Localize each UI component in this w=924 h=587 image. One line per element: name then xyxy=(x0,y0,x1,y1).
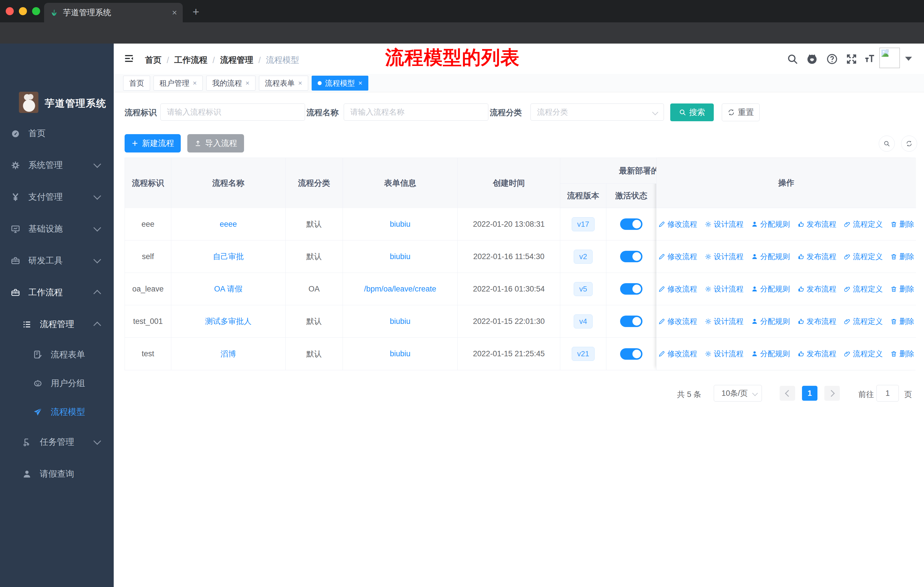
process-id-input[interactable]: 请输入流程标识 xyxy=(160,104,305,121)
tag-home[interactable]: 首页 xyxy=(123,76,150,91)
search-icon[interactable] xyxy=(787,53,799,65)
form-info-link[interactable]: biubiu xyxy=(390,220,411,229)
delete-link[interactable]: 删除 xyxy=(890,251,914,262)
sidebar-item-process-form[interactable]: 流程表单 xyxy=(0,340,114,369)
design-process-link[interactable]: 设计流程 xyxy=(705,251,744,262)
active-toggle[interactable] xyxy=(620,348,642,360)
process-definition-link[interactable]: 流程定义 xyxy=(844,284,883,294)
form-info-link[interactable]: /bpm/oa/leave/create xyxy=(364,284,436,293)
version-badge[interactable]: v2 xyxy=(574,250,592,264)
tag-close-icon[interactable] xyxy=(358,79,362,87)
design-process-link[interactable]: 设计流程 xyxy=(705,316,744,326)
process-name-input[interactable]: 请输入流程名称 xyxy=(344,104,488,121)
delete-link[interactable]: 删除 xyxy=(890,316,914,326)
window-close-button[interactable] xyxy=(6,7,14,15)
create-process-button[interactable]: 新建流程 xyxy=(125,134,181,152)
assign-rule-link[interactable]: 分配规则 xyxy=(751,349,790,359)
reset-button[interactable]: 重置 xyxy=(722,104,760,121)
avatar-caret-icon[interactable] xyxy=(905,57,912,61)
assign-rule-link[interactable]: 分配规则 xyxy=(751,316,790,326)
design-process-link[interactable]: 设计流程 xyxy=(705,219,744,229)
browser-tab[interactable]: 芋道管理系统 xyxy=(44,3,183,22)
next-page-button[interactable] xyxy=(824,386,840,401)
sidebar-item-task-mgmt[interactable]: 任务管理 xyxy=(0,426,114,458)
process-name-link[interactable]: 测试多审批人 xyxy=(205,316,251,326)
breadcrumb-item[interactable]: 流程管理 xyxy=(220,55,253,66)
collapse-sidebar-icon[interactable] xyxy=(123,53,135,64)
version-badge[interactable]: v21 xyxy=(572,347,595,361)
sidebar-item-process-mgmt[interactable]: 流程管理 xyxy=(0,308,114,340)
sidebar-item-payment[interactable]: 支付管理 xyxy=(0,181,114,213)
form-info-link[interactable]: biubiu xyxy=(390,317,411,326)
active-toggle[interactable] xyxy=(620,251,642,262)
sidebar-item-user-group[interactable]: 用户分组 xyxy=(0,369,114,398)
delete-link[interactable]: 删除 xyxy=(890,219,914,229)
breadcrumb-item[interactable]: 工作流程 xyxy=(174,55,207,66)
breadcrumb-item[interactable]: 首页 xyxy=(145,55,162,66)
refresh-table-button[interactable] xyxy=(901,136,917,152)
sidebar-item-devtools[interactable]: 研发工具 xyxy=(0,245,114,276)
version-badge[interactable]: v4 xyxy=(574,314,592,329)
version-badge[interactable]: v17 xyxy=(572,217,595,231)
process-definition-link[interactable]: 流程定义 xyxy=(844,316,883,326)
publish-process-link[interactable]: 发布流程 xyxy=(797,219,837,229)
process-definition-link[interactable]: 流程定义 xyxy=(844,349,883,359)
design-process-link[interactable]: 设计流程 xyxy=(705,349,744,359)
window-minimize-button[interactable] xyxy=(19,7,27,15)
sidebar-item-leave-query[interactable]: 请假查询 xyxy=(0,458,114,490)
import-process-button[interactable]: 导入流程 xyxy=(187,134,244,152)
tag-close-icon[interactable] xyxy=(246,79,249,87)
search-button[interactable]: 搜索 xyxy=(670,104,714,121)
tag-my-process[interactable]: 我的流程 xyxy=(206,76,256,91)
delete-link[interactable]: 删除 xyxy=(890,284,914,294)
process-name-link[interactable]: 滔博 xyxy=(221,349,236,359)
new-tab-button[interactable] xyxy=(190,6,201,18)
sidebar-item-workflow[interactable]: 工作流程 xyxy=(0,276,114,308)
sidebar-item-infra[interactable]: 基础设施 xyxy=(0,213,114,245)
publish-process-link[interactable]: 发布流程 xyxy=(797,251,837,262)
publish-process-link[interactable]: 发布流程 xyxy=(797,284,837,294)
version-badge[interactable]: v5 xyxy=(574,282,592,296)
active-toggle[interactable] xyxy=(620,218,642,230)
tag-close-icon[interactable] xyxy=(193,79,197,87)
process-name-link[interactable]: OA 请假 xyxy=(214,284,242,294)
window-maximize-button[interactable] xyxy=(32,7,40,15)
help-icon[interactable] xyxy=(826,53,838,65)
edit-process-link[interactable]: 修改流程 xyxy=(658,219,697,229)
assign-rule-link[interactable]: 分配规则 xyxy=(751,284,790,294)
active-toggle[interactable] xyxy=(620,283,642,294)
fullscreen-icon[interactable] xyxy=(845,53,858,65)
process-definition-link[interactable]: 流程定义 xyxy=(844,251,883,262)
edit-process-link[interactable]: 修改流程 xyxy=(658,284,697,294)
form-info-link[interactable]: biubiu xyxy=(390,349,411,358)
edit-process-link[interactable]: 修改流程 xyxy=(658,316,697,326)
assign-rule-link[interactable]: 分配规则 xyxy=(751,219,790,229)
page-size-select[interactable]: 10条/页 xyxy=(714,385,762,402)
sidebar-item-system[interactable]: 系统管理 xyxy=(0,149,114,181)
active-toggle[interactable] xyxy=(620,316,642,327)
publish-process-link[interactable]: 发布流程 xyxy=(797,316,837,326)
process-name-link[interactable]: 自己审批 xyxy=(213,251,244,262)
edit-process-link[interactable]: 修改流程 xyxy=(658,349,697,359)
design-process-link[interactable]: 设计流程 xyxy=(705,284,744,294)
tag-process-model[interactable]: 流程模型 xyxy=(312,76,368,91)
process-category-select[interactable]: 流程分类 xyxy=(530,104,664,121)
tab-close-icon[interactable] xyxy=(172,8,177,17)
avatar[interactable] xyxy=(879,48,900,68)
prev-page-button[interactable] xyxy=(780,386,795,401)
publish-process-link[interactable]: 发布流程 xyxy=(797,349,837,359)
tag-close-icon[interactable] xyxy=(298,79,302,87)
current-page-button[interactable]: 1 xyxy=(802,386,817,401)
tag-process-form[interactable]: 流程表单 xyxy=(259,76,308,91)
font-size-icon[interactable] xyxy=(863,53,876,65)
sidebar-item-process-model[interactable]: 流程模型 xyxy=(0,398,114,426)
edit-process-link[interactable]: 修改流程 xyxy=(658,251,697,262)
toggle-search-button[interactable] xyxy=(879,136,895,152)
process-name-link[interactable]: eeee xyxy=(220,220,237,229)
tag-tenant[interactable]: 租户管理 xyxy=(153,76,203,91)
github-icon[interactable] xyxy=(805,52,818,65)
process-definition-link[interactable]: 流程定义 xyxy=(844,219,883,229)
goto-page-input[interactable] xyxy=(876,385,899,402)
form-info-link[interactable]: biubiu xyxy=(390,252,411,261)
delete-link[interactable]: 删除 xyxy=(890,349,914,359)
